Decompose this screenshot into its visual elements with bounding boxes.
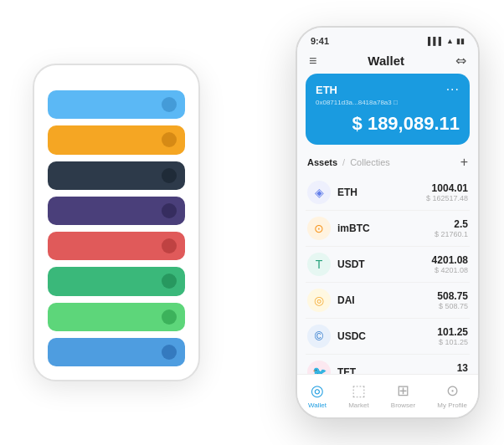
wallet-nav-label: Wallet xyxy=(308,402,327,409)
strip-dot xyxy=(162,168,177,183)
eth-label: ETH xyxy=(316,84,337,96)
battery-icon: ▮▮ xyxy=(456,37,465,45)
strip-dot xyxy=(162,345,177,360)
asset-right: 4201.08$ 4201.08 xyxy=(432,254,468,274)
wallet-strip xyxy=(48,125,185,154)
asset-right: 1004.01$ 162517.48 xyxy=(426,182,468,202)
status-icons: ▌▌▌ ▲ ▮▮ xyxy=(428,37,465,45)
add-asset-button[interactable]: + xyxy=(460,155,468,170)
strip-dot xyxy=(162,132,177,147)
asset-value: $ 508.75 xyxy=(437,302,468,310)
menu-icon[interactable]: ≡ xyxy=(309,54,316,69)
asset-name: TFT xyxy=(337,366,356,374)
strip-dot xyxy=(162,203,177,218)
wallet-strip xyxy=(48,267,185,295)
tab-collecties[interactable]: Collecties xyxy=(350,157,390,167)
strip-dot xyxy=(162,238,177,253)
asset-left: ©USDC xyxy=(307,325,366,348)
asset-name: ETH xyxy=(337,187,357,198)
wifi-icon: ▲ xyxy=(446,37,454,45)
strip-dot xyxy=(162,97,177,112)
nav-profile[interactable]: ⊙ My Profile xyxy=(437,381,467,409)
asset-right: 101.25$ 101.25 xyxy=(437,326,468,346)
asset-item[interactable]: TUSDT4201.08$ 4201.08 xyxy=(306,247,470,283)
asset-name: imBTC xyxy=(337,222,370,234)
asset-icon-imbtc: ⊙ xyxy=(307,217,331,240)
eth-amount: $ 189,089.11 xyxy=(316,113,460,135)
profile-nav-label: My Profile xyxy=(437,402,467,409)
assets-header: Assets / Collecties + xyxy=(297,151,478,175)
asset-left: ◎DAI xyxy=(307,289,355,312)
wallet-nav-icon: ◎ xyxy=(311,381,324,400)
strip-dot xyxy=(162,309,177,325)
asset-amount: 4201.08 xyxy=(432,254,468,266)
asset-value: $ 21760.1 xyxy=(435,230,468,238)
eth-options-icon[interactable]: ··· xyxy=(446,82,460,97)
profile-nav-icon: ⊙ xyxy=(446,381,459,400)
tab-assets[interactable]: Assets xyxy=(307,157,337,167)
eth-address: 0x08711d3a...8418a78a3 □ xyxy=(316,99,460,106)
asset-left: ⊙imBTC xyxy=(307,217,370,240)
asset-left: TUSDT xyxy=(307,253,365,276)
asset-item[interactable]: ◎DAI508.75$ 508.75 xyxy=(306,283,470,319)
wallet-strip xyxy=(48,232,185,260)
asset-amount: 2.5 xyxy=(435,218,468,230)
asset-amount: 13 xyxy=(457,362,468,374)
asset-icon-tft: 🐦 xyxy=(307,361,331,374)
signal-icon: ▌▌▌ xyxy=(428,37,444,45)
asset-name: DAI xyxy=(337,294,355,306)
back-phone xyxy=(33,64,200,381)
wallet-strip xyxy=(48,197,185,225)
market-nav-icon: ⬚ xyxy=(352,381,366,400)
eth-banner: ETH ··· 0x08711d3a...8418a78a3 □ $ 189,0… xyxy=(306,74,470,145)
asset-list: ◈ETH1004.01$ 162517.48⊙imBTC2.5$ 21760.1… xyxy=(297,175,478,374)
asset-amount: 1004.01 xyxy=(426,182,468,194)
asset-icon-eth: ◈ xyxy=(307,181,331,204)
wallet-strip xyxy=(48,303,185,331)
asset-value: $ 162517.48 xyxy=(426,194,468,202)
wallet-strip xyxy=(48,90,185,119)
asset-value: $ 4201.08 xyxy=(432,266,468,274)
scene: 9:41 ▌▌▌ ▲ ▮▮ ≡ Wallet ⇔ ETH ··· 0x08711… xyxy=(9,9,495,436)
status-time: 9:41 xyxy=(311,36,329,46)
eth-value: 189,089.11 xyxy=(368,113,460,134)
asset-amount: 508.75 xyxy=(437,290,468,302)
asset-amount: 101.25 xyxy=(437,326,468,338)
browser-nav-icon: ⊞ xyxy=(397,381,409,400)
front-phone: 9:41 ▌▌▌ ▲ ▮▮ ≡ Wallet ⇔ ETH ··· 0x08711… xyxy=(296,26,480,419)
expand-icon[interactable]: ⇔ xyxy=(455,53,466,69)
browser-nav-label: Browser xyxy=(391,402,415,409)
asset-name: USDT xyxy=(337,258,365,270)
asset-icon-dai: ◎ xyxy=(307,289,331,312)
top-nav: ≡ Wallet ⇔ xyxy=(297,49,478,74)
asset-left: 🐦TFT xyxy=(307,361,356,374)
asset-right: 2.5$ 21760.1 xyxy=(435,218,468,238)
asset-icon-usdc: © xyxy=(307,325,331,348)
asset-right: 508.75$ 508.75 xyxy=(437,290,468,310)
eth-banner-top: ETH ··· xyxy=(316,82,460,97)
asset-value: $ 101.25 xyxy=(437,338,468,346)
asset-item[interactable]: ◈ETH1004.01$ 162517.48 xyxy=(306,175,470,211)
strip-dot xyxy=(162,274,177,289)
asset-name: USDC xyxy=(337,330,366,342)
asset-left: ◈ETH xyxy=(307,181,357,204)
bottom-nav: ◎ Wallet ⬚ Market ⊞ Browser ⊙ My Profile xyxy=(297,374,478,417)
asset-item[interactable]: ©USDC101.25$ 101.25 xyxy=(306,319,470,355)
nav-market[interactable]: ⬚ Market xyxy=(348,381,368,409)
assets-tabs: Assets / Collecties xyxy=(307,157,390,167)
eth-currency: $ xyxy=(352,113,363,134)
asset-item[interactable]: ⊙imBTC2.5$ 21760.1 xyxy=(306,211,470,247)
asset-icon-usdt: T xyxy=(307,253,331,276)
wallet-strip xyxy=(48,161,185,190)
asset-item[interactable]: 🐦TFT130 xyxy=(306,355,470,374)
nav-wallet[interactable]: ◎ Wallet xyxy=(308,381,327,409)
market-nav-label: Market xyxy=(348,402,368,409)
tab-divider: / xyxy=(342,157,345,167)
wallet-strip xyxy=(48,338,185,366)
page-title: Wallet xyxy=(368,54,404,68)
status-bar: 9:41 ▌▌▌ ▲ ▮▮ xyxy=(297,28,478,49)
asset-right: 130 xyxy=(457,362,468,374)
nav-browser[interactable]: ⊞ Browser xyxy=(391,381,415,409)
